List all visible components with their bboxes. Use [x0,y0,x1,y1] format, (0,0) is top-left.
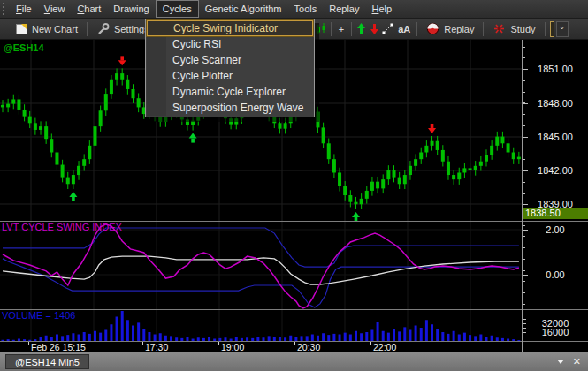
chart-tab[interactable]: @ESH14 Min5 [5,354,89,369]
price-axis-label: 1848.00 [523,98,588,109]
menu-item-cyclic-rsi[interactable]: Cyclic RSI [147,36,313,52]
menu-chart[interactable]: Chart [71,0,107,18]
new-chart-button[interactable]: New Chart [10,22,84,36]
menubar: FileViewChartDrawingCyclesGenetic Algori… [0,0,588,19]
axis-tick [523,148,525,148]
price-axis-label: 1845.00 [523,132,588,142]
menu-tools[interactable]: Tools [288,0,324,18]
oscillator-title: LVT CYCLE SWING INDEX [2,222,122,232]
axis-tick [523,57,525,58]
replay-button[interactable]: Replay [420,20,480,37]
menu-item-cycle-plotter[interactable]: Cycle Plotter [147,68,313,84]
menu-items: FileViewChartDrawingCyclesGenetic Algori… [10,0,398,18]
axis-tick [523,304,525,305]
new-chart-label: New Chart [32,24,78,34]
axis-tick [523,182,525,183]
toolbar-separator [416,22,417,36]
menu-item-superposition-energy-wave[interactable]: Superposition Energy Wave [147,100,313,116]
time-tick [218,342,219,345]
active-tool-marker[interactable] [550,21,554,37]
oscillator-axis-label: 0.00 [523,269,588,280]
axis-tick [523,247,525,248]
time-tick [370,342,371,345]
time-tick [294,342,295,345]
menu-cycles[interactable]: Cycles [156,0,199,18]
price-axis[interactable]: 1851.001848.001845.001842.001839.001838.… [523,40,588,352]
time-tick [142,342,143,345]
price-axis-line [522,40,523,352]
replay-label: Replay [444,24,474,34]
menu-file[interactable]: File [10,0,38,18]
time-axis[interactable]: Feb 26 15:1517:3019:0020:3022:00 [0,342,522,352]
axis-tick [523,292,525,293]
add-button[interactable]: + [334,22,348,36]
menu-genetic-algorithm[interactable]: Genetic Algorithm [199,0,288,18]
axis-tick [523,47,525,48]
axis-tick [523,236,525,237]
axis-tick [523,259,525,260]
buy-arrow-icon[interactable] [355,22,368,35]
axis-tick [523,159,525,160]
price-axis-label: 1851.00 [523,64,588,74]
toolbar-overflow-button[interactable]: ⌄ _ [556,21,569,37]
volume-label: VOLUME = 1406 [2,310,75,321]
panel-divider[interactable] [0,309,588,310]
volume-panel-canvas[interactable] [0,309,522,341]
close-icon[interactable]: ✕ [573,357,581,367]
axis-tick [523,193,525,194]
panel-divider[interactable] [0,221,588,222]
study-label: Study [510,24,535,34]
candlestick-chart-icon[interactable] [315,22,328,35]
statusbar: @ESH14 Min5 ✕ [0,352,588,371]
axis-tick [523,80,525,81]
overflow-bar-icon: _ [560,29,563,33]
menu-drawing[interactable]: Drawing [107,0,155,18]
text-tool-button[interactable]: aA [394,22,414,36]
sell-arrow-icon[interactable] [368,22,381,35]
menu-item-cycle-scanner[interactable]: Cycle Scanner [147,52,313,68]
axis-tick [523,125,525,126]
study-icon [493,22,506,35]
menu-item-cycle-swing-inidicator[interactable]: Cycle Swing Inidicator [147,20,313,36]
replay-icon [426,22,439,35]
axis-tick [523,92,525,93]
symbol-label: @ESH14 [4,42,44,53]
study-button[interactable]: Study [486,20,541,37]
menubar-grip[interactable] [3,3,8,15]
text-tool-icon: aA [398,24,410,34]
toolbar-separator [483,22,484,36]
menu-help[interactable]: Help [365,0,398,18]
axis-tick [523,114,525,115]
plus-icon: + [339,24,344,34]
menu-item-dynamic-cycle-explorer[interactable]: Dynamic Cycle Explorer [147,84,313,100]
trendline-icon[interactable] [381,22,394,35]
time-axis-divider [0,341,588,342]
cycles-menu: Cycle Swing InidicatorCyclic RSICycle Sc… [145,19,315,117]
toolbar-separator [351,22,352,36]
price-axis-label: 1842.00 [523,165,588,176]
time-tick [28,342,29,345]
app-window: FileViewChartDrawingCyclesGenetic Algori… [0,0,588,371]
wrench-icon [96,22,110,35]
tab-list-icon[interactable] [557,360,564,364]
oscillator-axis-label: 2.00 [523,224,588,235]
new-chart-icon [16,24,27,34]
last-price-badge: 1838.50 [523,208,588,219]
toolbar-separator [87,22,88,36]
toolbar-separator [545,22,546,36]
toolbar-separator [331,22,332,36]
menu-replay[interactable]: Replay [323,0,365,18]
volume-axis-label: 16000 [523,327,588,337]
axis-tick [523,281,525,282]
settings-label: Settings [114,24,149,34]
menu-view[interactable]: View [38,0,72,18]
cycle-swing-panel-canvas[interactable] [0,221,522,309]
